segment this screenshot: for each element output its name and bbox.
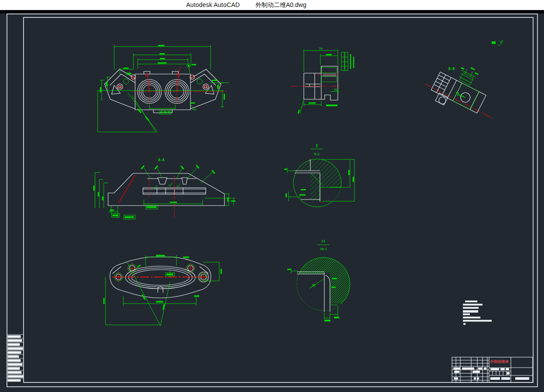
detail-ii-scale: 10:1 (320, 247, 327, 251)
dim-74: 74 (319, 47, 323, 51)
drawing-svg: 74 35 B-B (0, 14, 544, 392)
surface-finish-icon (492, 40, 503, 46)
view-section-bb: B-B (421, 52, 508, 128)
detail-ii-label: II (322, 240, 325, 243)
left-revision-table (7, 335, 24, 382)
view-detail-ii: II 10:1 45° (287, 240, 352, 321)
sheet-frame (7, 14, 537, 387)
section-bb-label: B-B (449, 67, 455, 71)
window-titlebar[interactable]: Autodesk AutoCAD 外制动二维A0.dwg (0, 0, 544, 10)
view-detail-i: I 6:1 (284, 144, 354, 207)
view-front (98, 45, 229, 132)
dim-35: 35 (334, 88, 337, 91)
detail-i-label: I (316, 144, 318, 148)
title-block-part-title: 外制动钳体 (490, 359, 509, 364)
autocad-window: Autodesk AutoCAD 外制动二维A0.dwg (0, 0, 544, 392)
title-block: 外制动钳体 (452, 357, 533, 382)
view-bottom (103, 255, 222, 326)
app-title: Autodesk AutoCAD (186, 1, 240, 8)
detail-i-scale: 6:1 (314, 152, 320, 156)
view-section-aa: A-A (93, 158, 235, 219)
technical-notes (463, 301, 492, 325)
drawing-canvas[interactable]: 74 35 B-B (0, 14, 544, 392)
doc-title: 外制动二维A0.dwg (255, 1, 306, 9)
window-top-border (0, 10, 544, 14)
detail-ii-angle: 45° (312, 284, 316, 286)
view-side-section: 74 35 (291, 47, 354, 114)
section-aa-label: A-A (158, 158, 165, 162)
